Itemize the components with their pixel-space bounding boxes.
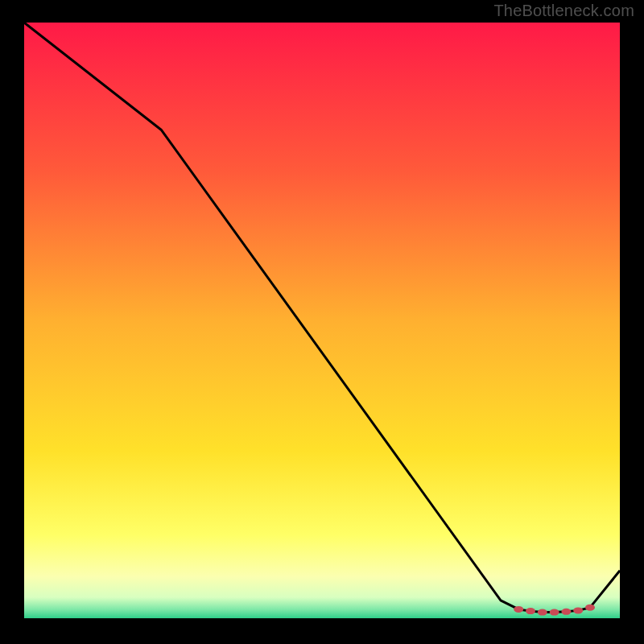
chart-frame: TheBottleneck.com [0, 0, 644, 644]
data-marker [526, 608, 535, 614]
chart-svg [24, 23, 620, 618]
plot-area [24, 23, 620, 618]
data-marker [538, 609, 547, 616]
data-marker [585, 605, 595, 611]
data-marker [514, 606, 523, 613]
data-marker [561, 609, 571, 615]
data-marker [550, 609, 559, 616]
chart-background [24, 23, 620, 618]
data-marker [573, 607, 583, 613]
attribution-text: TheBottleneck.com [493, 2, 634, 20]
